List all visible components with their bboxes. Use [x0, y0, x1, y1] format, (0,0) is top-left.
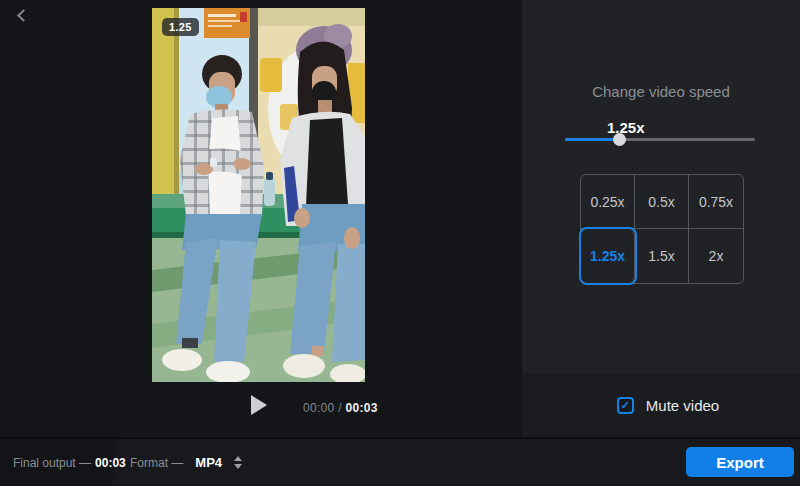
total-time: 00:03: [345, 401, 377, 415]
speed-option-1.25x[interactable]: 1.25x: [581, 229, 635, 283]
stepper-up-icon: [234, 456, 242, 461]
video-scene-subway: [152, 8, 365, 382]
speed-option-0.25x[interactable]: 0.25x: [581, 175, 635, 229]
format-stepper[interactable]: [231, 453, 245, 472]
slider-value-label: 1.25x: [607, 119, 645, 136]
video-preview-frame[interactable]: 1.25: [152, 8, 365, 382]
mute-section: ✓ Mute video: [522, 373, 800, 437]
format-selector: Format — MP4: [130, 439, 245, 486]
mute-toggle[interactable]: ✓ Mute video: [617, 397, 719, 414]
final-output-info: Final output — 00:03: [0, 439, 113, 486]
play-button[interactable]: [244, 392, 274, 420]
speed-option-1.5x[interactable]: 1.5x: [635, 229, 689, 283]
speed-option-0.5x[interactable]: 0.5x: [635, 175, 689, 229]
slider-fill: [565, 138, 620, 141]
stepper-down-icon: [234, 464, 242, 469]
back-button[interactable]: [12, 6, 34, 28]
slider-thumb[interactable]: [613, 133, 626, 146]
export-button[interactable]: Export: [686, 447, 794, 477]
speed-settings-panel: Change video speed 1.25x 0.25x0.5x0.75x1…: [522, 0, 800, 437]
speed-slider[interactable]: [565, 138, 755, 141]
speed-option-2x[interactable]: 2x: [689, 229, 743, 283]
chevron-left-icon: [17, 9, 30, 22]
mute-checkbox[interactable]: ✓: [617, 397, 634, 414]
check-icon: ✓: [621, 399, 630, 412]
format-label: Format —: [130, 456, 183, 470]
final-output-label: Final output —: [13, 456, 91, 470]
time-display: 00:00 / 00:03: [303, 401, 378, 415]
speed-option-0.75x[interactable]: 0.75x: [689, 175, 743, 229]
format-value[interactable]: MP4: [195, 455, 222, 470]
final-output-value: 00:03: [95, 456, 126, 470]
bottom-bar: Final output — 00:03 Format — MP4 Export: [0, 437, 800, 486]
speed-badge: 1.25: [162, 18, 199, 36]
current-time: 00:00: [303, 401, 335, 415]
mute-label: Mute video: [646, 397, 719, 414]
panel-title: Change video speed: [522, 83, 800, 100]
play-icon: [251, 395, 267, 415]
speed-options-grid: 0.25x0.5x0.75x1.25x1.5x2x: [580, 174, 744, 284]
time-separator: /: [338, 401, 342, 415]
